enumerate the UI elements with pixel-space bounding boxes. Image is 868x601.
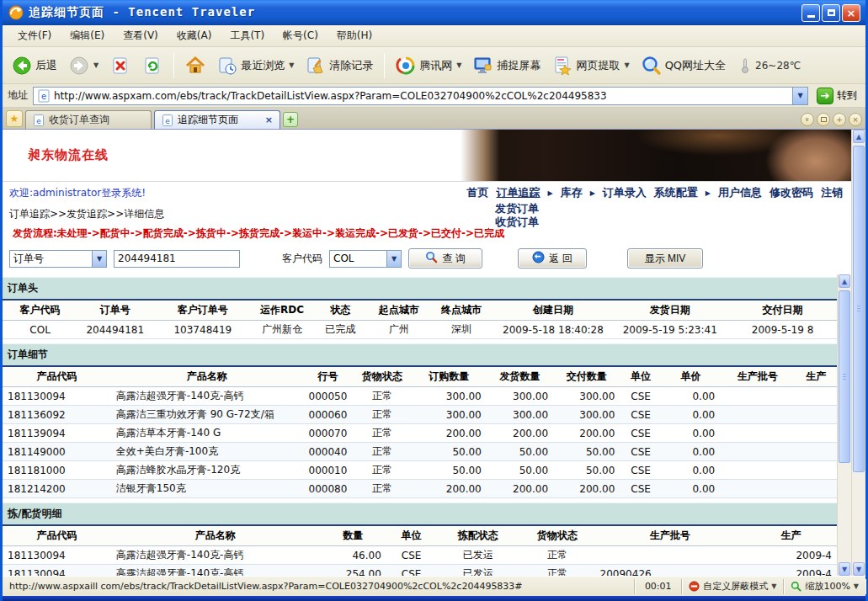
table-row: 181181000高露洁蜂胶水晶牙膏-120克000010正常50.0050.0… [3, 461, 837, 480]
favorites-star-icon[interactable]: ★ [6, 110, 23, 127]
column-header: 产品名称 [111, 366, 303, 387]
minimize-button[interactable] [801, 4, 820, 22]
table-cell: 0.00 [662, 443, 720, 461]
block-mode-control[interactable]: 自定义屏蔽模式 ▼ [682, 579, 784, 594]
page-extract-button[interactable]: 网页提取 ▼ [548, 52, 633, 79]
svg-text:e: e [165, 116, 170, 125]
inner-scrollbar-thumb[interactable] [839, 290, 850, 463]
tab-restore-button[interactable] [817, 113, 830, 126]
recent-dropdown-caret[interactable]: ▼ [289, 61, 294, 69]
menu-item-4[interactable]: 工具(T) [221, 26, 273, 45]
table-cell: 200.00 [412, 424, 487, 443]
column-header: 发货数量 [487, 366, 553, 387]
table-cell [795, 406, 837, 424]
table-cell: 000010 [303, 461, 353, 480]
nav-submenu-item-1[interactable]: 收货订单 [489, 215, 545, 229]
inner-vertical-scrollbar[interactable]: ▲ ▼ [837, 274, 851, 576]
nav-item-3[interactable]: 订单录入 [603, 185, 647, 200]
show-miv-button[interactable]: 显示 MIV [627, 248, 703, 269]
customer-code-select[interactable]: COL ▼ [329, 250, 402, 268]
scroll-down-arrow-icon[interactable]: ▼ [853, 562, 865, 576]
table-cell: 广州 [370, 321, 428, 339]
window-vertical-scrollbar[interactable]: ▲ ▼ [851, 130, 865, 576]
nav-item-2[interactable]: 库存 [561, 185, 583, 200]
table-cell: 181130094 [3, 546, 111, 565]
menu-item-5[interactable]: 帐号(C) [274, 26, 327, 45]
table-cell: CSE [620, 443, 662, 461]
go-button[interactable]: ➔ 转到 [813, 87, 860, 105]
zoom-control[interactable]: 缩放100% ▼ [784, 579, 865, 594]
scroll-up-arrow-icon[interactable]: ▲ [839, 274, 850, 288]
scroll-up-arrow-icon[interactable]: ▲ [853, 130, 865, 143]
window-scrollbar-thumb[interactable] [853, 146, 865, 472]
zoom-caret[interactable]: ▼ [854, 582, 859, 590]
query-button[interactable]: 查 询 [408, 248, 482, 269]
nav-submenu-item-0[interactable]: 发货订单 [489, 202, 545, 215]
nav-item-4[interactable]: 系统配置 [654, 185, 698, 200]
tab-bar: ★ e收货订单查询e追踪细节页面× + » + × [3, 108, 865, 130]
capture-screen-button[interactable]: 捕捉屏幕 [469, 52, 545, 79]
site-banner: 昶东物流在线 [3, 130, 851, 182]
stop-icon [110, 56, 130, 76]
nav-item-1[interactable]: 订单追踪 [497, 185, 541, 200]
tencent-site-button[interactable]: 腾讯网 ▼ [391, 52, 466, 79]
address-dropdown-button[interactable]: ▼ [792, 88, 807, 104]
menu-item-3[interactable]: 收藏(A) [168, 26, 221, 45]
tab-close-button[interactable]: × [849, 113, 862, 126]
scroll-down-arrow-icon[interactable]: ▼ [839, 562, 850, 576]
menu-item-2[interactable]: 查看(V) [114, 26, 167, 45]
tab-1[interactable]: e追踪细节页面× [154, 110, 280, 129]
table-cell: 300.00 [553, 406, 620, 424]
table-cell: 2009-5-18 18:40:28 [495, 321, 612, 339]
tencent-dropdown-caret[interactable]: ▼ [456, 61, 461, 69]
page-favicon: e [37, 89, 51, 103]
weather-widget[interactable]: 26~28℃ [738, 57, 801, 74]
nav-arrow-icon: ▶ [590, 189, 595, 197]
nav-item-6[interactable]: 修改密码 [769, 185, 813, 200]
nav-item-7[interactable]: 注销 [821, 185, 843, 200]
menu-item-0[interactable]: 文件(F) [9, 26, 60, 45]
tab-expand-button[interactable]: + [833, 113, 846, 126]
section-order-detail: 订单细节 产品代码产品名称行号货物状态订购数量发货数量交付数量单位单价生产批号生… [3, 343, 837, 498]
return-button[interactable]: 返 回 [518, 248, 587, 269]
table-cell: 200.00 [412, 480, 487, 498]
recent-button[interactable]: 最近浏览 ▼ [213, 52, 298, 79]
block-mode-label: 自定义屏蔽模式 [703, 580, 768, 593]
order-no-input[interactable] [114, 250, 240, 268]
home-button[interactable] [181, 52, 210, 79]
column-header: 终点城市 [428, 300, 494, 321]
zoom-label: 缩放100% [805, 580, 849, 593]
nav-item-0[interactable]: 首页 [467, 185, 489, 200]
tab-list-chevron-button[interactable]: » [801, 113, 814, 126]
table-cell [720, 461, 795, 480]
search-form: 订单号 ▼ 客户代码 COL ▼ 查 询 返 回 显示 M [3, 242, 851, 274]
column-header: 货物状态 [519, 525, 594, 546]
clear-history-button[interactable]: 清除记录 [301, 52, 377, 79]
tab-close-icon[interactable]: × [265, 114, 273, 125]
forward-dropdown-caret[interactable]: ▼ [93, 61, 99, 69]
table-cell: 高露洁蜂胶水晶牙膏-120克 [111, 461, 303, 480]
welcome-bar: 欢迎:administrator登录系统! 首页订单追踪▶库存▶订单录入系统配置… [3, 182, 851, 204]
page-main: 昶东物流在线 欢迎:administrator登录系统! 首页订单追踪▶库存▶订… [3, 130, 851, 576]
nav-arrow-icon: ▶ [548, 189, 553, 197]
address-input[interactable]: e http://www.aspxam.com/ebs/track/TrackD… [33, 87, 808, 105]
menu-item-1[interactable]: 编辑(E) [61, 26, 113, 45]
refresh-button[interactable] [138, 52, 167, 79]
back-button[interactable]: 后退 [8, 52, 61, 79]
table-cell [720, 480, 795, 498]
qq-sites-button[interactable]: QQ网址大全 [637, 52, 730, 79]
forward-button[interactable]: ▼ [65, 52, 103, 79]
tab-0[interactable]: e收货订单查询 [25, 110, 152, 129]
tab-label: 收货订单查询 [49, 113, 109, 127]
menu-item-6[interactable]: 帮助(H) [328, 26, 381, 45]
stop-button[interactable] [106, 52, 135, 79]
tables-container: 订单头 客户代码订单号客户订单号运作RDC状态起点城市终点城市创建日期发货日期交… [3, 274, 837, 576]
nav-arrow-icon: ▶ [706, 189, 711, 197]
order-type-select[interactable]: 订单号 ▼ [9, 250, 107, 268]
nav-item-5[interactable]: 用户信息 [718, 185, 762, 200]
close-button[interactable]: × [842, 4, 860, 22]
block-mode-caret[interactable]: ▼ [771, 582, 776, 590]
extract-dropdown-caret[interactable]: ▼ [624, 61, 629, 69]
maximize-button[interactable] [822, 4, 840, 22]
new-tab-button[interactable]: + [283, 112, 298, 127]
